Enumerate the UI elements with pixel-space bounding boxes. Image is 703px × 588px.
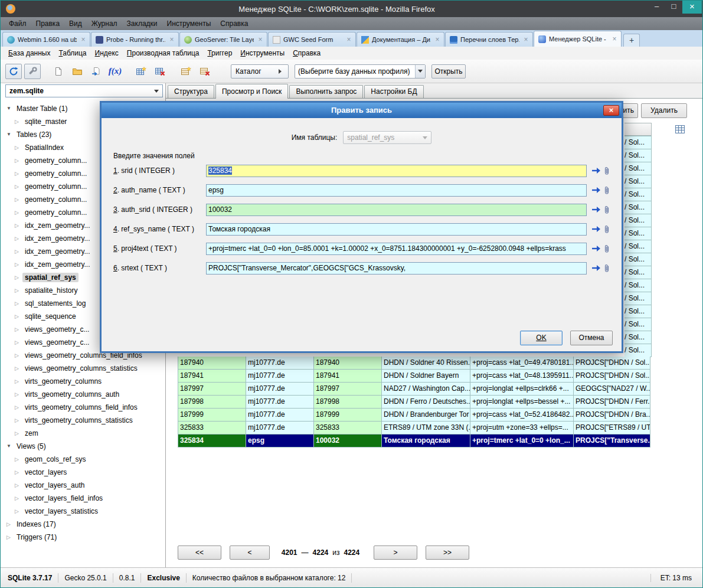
open-db-button[interactable]: Открыть	[431, 64, 466, 79]
paperclip-icon[interactable]	[603, 224, 610, 234]
cell-srid[interactable]: 187997	[178, 383, 246, 396]
content-tab[interactable]: Настройки БД	[364, 85, 423, 98]
disclosure-triangle-icon[interactable]	[14, 284, 22, 297]
grid-cell-fragment[interactable]: / Sol...	[624, 253, 652, 266]
cell-ref-sys-name[interactable]: ETRS89 / UTM zone 33N (...	[382, 422, 470, 435]
pagination-next-button[interactable]: >	[374, 545, 417, 560]
sidebar-tree-item[interactable]: views_geometry_columns_statistics	[5, 362, 163, 375]
cell-srid[interactable]: 187941	[178, 370, 246, 383]
expand-arrow-icon[interactable]	[591, 186, 601, 194]
grid-cell-fragment[interactable]: / Sol...	[624, 149, 652, 162]
cell-srid[interactable]: 187940	[178, 357, 246, 370]
cell-proj4text[interactable]: +proj=cass +lat_0=49.4780181...	[470, 357, 574, 370]
fx-editor-button[interactable]: f(x)	[107, 64, 123, 79]
disclosure-triangle-icon[interactable]	[14, 297, 22, 310]
grid-cell-fragment[interactable]: / Sol...	[624, 136, 652, 149]
cancel-button[interactable]: Отмена	[570, 331, 613, 345]
sidebar-tree-item[interactable]: vector_layers	[5, 466, 163, 479]
menu-item[interactable]: Инструменты	[236, 47, 289, 59]
cell-auth-name[interactable]: mj10777.de	[246, 409, 314, 422]
dialog-close-button[interactable]: ×	[603, 105, 619, 116]
cell-auth-srid[interactable]: 187940	[314, 357, 382, 370]
cell-auth-name[interactable]: mj10777.de	[246, 396, 314, 409]
new-database-button[interactable]	[50, 64, 67, 79]
cell-srid[interactable]: 187999	[178, 409, 246, 422]
cell-ref-sys-name[interactable]: NAD27 / Washington Cap...	[382, 383, 470, 396]
grid-cell-fragment[interactable]: / Sol...	[624, 318, 652, 331]
disclosure-triangle-icon[interactable]	[14, 206, 22, 219]
cell-ref-sys-name[interactable]: Томская городская	[382, 435, 470, 447]
sidebar-tree-item[interactable]: vector_layers_field_infos	[5, 492, 163, 505]
disclosure-triangle-icon[interactable]	[14, 245, 22, 258]
cell-srid[interactable]: 325834	[178, 435, 246, 447]
menu-item[interactable]: База данных	[4, 47, 54, 59]
sidebar-tree-item[interactable]: virts_geometry_columns_field_infos	[5, 401, 163, 414]
sidebar-tree-item[interactable]: Views (5)	[5, 440, 163, 453]
tab-close-icon[interactable]: ×	[345, 36, 352, 43]
cell-auth-srid[interactable]: 187997	[314, 383, 382, 396]
expand-arrow-icon[interactable]	[591, 205, 601, 214]
disclosure-triangle-icon[interactable]	[5, 102, 14, 115]
sidebar-tree-item[interactable]: Indexes (17)	[5, 518, 163, 531]
disclosure-triangle-icon[interactable]	[14, 232, 22, 245]
disclosure-triangle-icon[interactable]	[14, 115, 22, 128]
field-input[interactable]: 100032	[206, 204, 587, 216]
database-selector[interactable]: zem.sqlite	[5, 84, 163, 97]
disclosure-triangle-icon[interactable]	[14, 219, 22, 232]
menu-item[interactable]: Инструменты	[162, 18, 216, 30]
disclosure-triangle-icon[interactable]	[14, 362, 22, 375]
paperclip-icon[interactable]	[603, 205, 610, 214]
cell-srtext[interactable]: PROJCS["Transverse...	[574, 435, 650, 447]
sidebar-tree-item[interactable]: virts_geometry_columns_auth	[5, 388, 163, 401]
paperclip-icon[interactable]	[603, 166, 610, 175]
grid-cell-fragment[interactable]: / Sol...	[624, 331, 652, 344]
grid-cell-fragment[interactable]: / Sol...	[624, 175, 652, 188]
table-name-select[interactable]: spatial_ref_sys	[343, 131, 431, 144]
sidebar-tree-item[interactable]: vector_layers_auth	[5, 479, 163, 492]
delete-record-button[interactable]: Удалить	[641, 103, 687, 118]
cell-ref-sys-name[interactable]: DHDN / Brandenburger Tor	[382, 409, 470, 422]
field-input[interactable]: PROJCS["Transverse_Mercator",GEOGCS["GCS…	[206, 262, 587, 275]
sidebar-tree-item[interactable]: geom_cols_ref_sys	[5, 453, 163, 466]
grid-cell-fragment[interactable]: / Sol...	[624, 201, 652, 214]
pagination-prev-button[interactable]: <	[230, 545, 270, 560]
paperclip-icon[interactable]	[603, 263, 610, 273]
column-picker-icon[interactable]	[675, 124, 685, 135]
grid-cell-fragment[interactable]: / Sol...	[624, 292, 652, 305]
table-row[interactable]: 187941 mj10777.de 187941 DHDN / Soldner …	[178, 370, 650, 383]
pagination-last-button[interactable]: >>	[426, 545, 469, 560]
cell-auth-name[interactable]: epsg	[246, 435, 314, 447]
open-database-button[interactable]	[69, 64, 86, 79]
disclosure-triangle-icon[interactable]	[5, 518, 14, 531]
field-input[interactable]: 325834	[206, 165, 587, 177]
cell-auth-srid[interactable]: 187941	[314, 370, 382, 383]
sidebar-tree-item[interactable]: zem	[5, 427, 163, 440]
cell-srtext[interactable]: PROJCS["DHDN / Sol...	[574, 357, 650, 370]
cell-auth-name[interactable]: mj10777.de	[246, 370, 314, 383]
grid-cell-fragment[interactable]: / Sol...	[624, 227, 652, 240]
tab-close-icon[interactable]: ×	[434, 36, 441, 43]
tab-close-icon[interactable]: ×	[168, 36, 175, 43]
menu-item[interactable]: Справка	[215, 18, 253, 30]
disclosure-triangle-icon[interactable]	[5, 440, 14, 453]
disclosure-triangle-icon[interactable]	[14, 479, 22, 492]
cell-srtext[interactable]: PROJCS["DHDN / Sol...	[574, 370, 650, 383]
disclosure-triangle-icon[interactable]	[14, 323, 22, 336]
disclosure-triangle-icon[interactable]	[14, 492, 22, 505]
ok-button[interactable]: OK	[520, 331, 563, 345]
cell-proj4text[interactable]: +proj=cass +lat_0=48.1395911...	[470, 370, 574, 383]
cell-proj4text[interactable]: +proj=longlat +ellps=bessel +...	[470, 396, 574, 409]
field-input[interactable]: +proj=tmerc +lat_0=0 +lon_0=85.0001 +k=1…	[206, 243, 587, 255]
grid-cell-fragment[interactable]: / Sol...	[624, 279, 652, 292]
disclosure-triangle-icon[interactable]	[14, 453, 22, 466]
create-table-button[interactable]	[133, 64, 149, 79]
tab-close-icon[interactable]: ×	[80, 36, 87, 43]
disclosure-triangle-icon[interactable]	[14, 388, 22, 401]
cell-ref-sys-name[interactable]: DHDN / Soldner 40 Rissen...	[382, 357, 470, 370]
table-row[interactable]: 187940 mj10777.de 187940 DHDN / Soldner …	[178, 357, 650, 370]
cell-proj4text[interactable]: +proj=cass +lat_0=52.4186482...	[470, 409, 574, 422]
disclosure-triangle-icon[interactable]	[14, 167, 22, 180]
disclosure-triangle-icon[interactable]	[14, 466, 22, 479]
drop-table-button[interactable]	[152, 64, 168, 79]
browser-tab[interactable]: GeoServer: Tile Layers ×	[179, 32, 267, 47]
